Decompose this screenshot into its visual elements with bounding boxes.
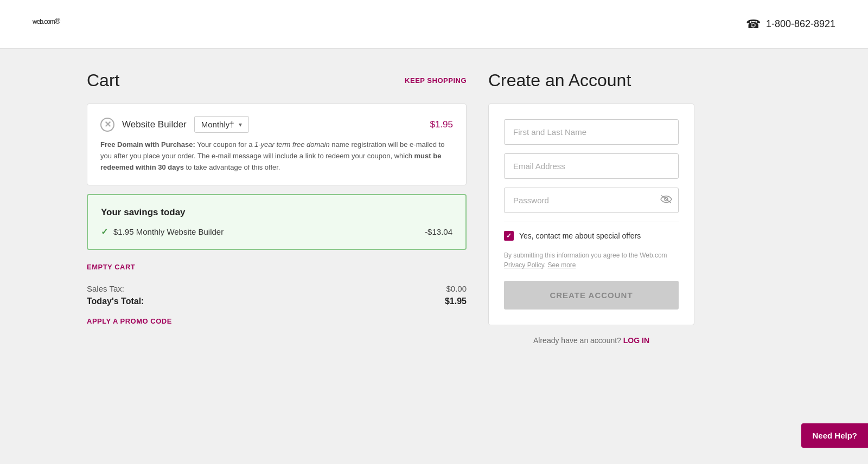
free-domain-text: Free Domain with Purchase: Your coupon f… — [100, 139, 453, 173]
check-icon: ✓ — [101, 227, 108, 237]
total-row: Today's Total: $1.95 — [87, 297, 467, 306]
account-section: Create an Account ✓ — [488, 70, 694, 345]
login-row: Already have an account? LOG IN — [488, 336, 694, 345]
sales-tax-label: Sales Tax: — [87, 284, 124, 293]
savings-left: ✓ $1.95 Monthly Website Builder — [101, 227, 224, 237]
phone-area: ☎ 1-800-862-8921 — [746, 17, 835, 31]
savings-title: Your savings today — [101, 207, 452, 218]
name-input[interactable] — [504, 119, 679, 145]
phone-number: 1-800-862-8921 — [766, 18, 835, 30]
header: web.com® ☎ 1-800-862-8921 — [0, 0, 868, 49]
checkbox-row: ✓ Yes, contact me about special offers — [504, 231, 679, 241]
password-wrapper — [504, 188, 679, 213]
see-more-link[interactable]: See more — [547, 261, 576, 269]
remove-item-button[interactable]: ✕ — [100, 118, 114, 132]
savings-item-label: $1.95 Monthly Website Builder — [113, 227, 224, 236]
item-name: Website Builder — [122, 119, 187, 130]
logo: web.com® — [33, 13, 60, 36]
special-offers-checkbox[interactable]: ✓ — [504, 231, 514, 241]
total-value: $1.95 — [445, 297, 467, 306]
apply-promo-link[interactable]: APPLY A PROMO CODE — [87, 317, 467, 325]
total-label: Today's Total: — [87, 297, 144, 306]
item-price: $1.95 — [430, 119, 453, 130]
chevron-down-icon: ▾ — [239, 121, 242, 128]
billing-period-label: Monthly† — [201, 120, 234, 129]
account-card: ✓ Yes, contact me about special offers B… — [488, 104, 694, 325]
savings-row: ✓ $1.95 Monthly Website Builder -$13.04 — [101, 227, 452, 237]
password-input[interactable] — [504, 188, 679, 213]
phone-icon: ☎ — [746, 17, 761, 31]
sales-tax-row: Sales Tax: $0.00 — [87, 284, 467, 293]
sales-tax-value: $0.00 — [446, 284, 467, 293]
billing-dropdown[interactable]: Monthly† ▾ — [194, 116, 249, 133]
privacy-text: By submitting this information you agree… — [504, 250, 679, 270]
empty-cart-link[interactable]: EMPTY CART — [87, 263, 467, 271]
cart-header: Cart KEEP SHOPPING — [87, 70, 467, 91]
keep-shopping-link[interactable]: KEEP SHOPPING — [405, 76, 467, 85]
main-content: Cart KEEP SHOPPING ✕ Website Builder Mon… — [0, 49, 868, 366]
savings-amount: -$13.04 — [425, 227, 452, 236]
savings-box: Your savings today ✓ $1.95 Monthly Websi… — [87, 194, 467, 250]
cart-item-left: ✕ Website Builder Monthly† ▾ — [100, 116, 249, 133]
divider — [504, 222, 679, 222]
free-domain-italic: 1-year term free domain — [254, 140, 330, 149]
checkmark-icon: ✓ — [506, 232, 512, 240]
cart-title: Cart — [87, 70, 119, 91]
cart-item-card: ✕ Website Builder Monthly† ▾ $1.95 Free … — [87, 104, 467, 185]
privacy-policy-link[interactable]: Privacy Policy — [504, 261, 544, 269]
login-link[interactable]: LOG IN — [623, 336, 649, 345]
cart-section: Cart KEEP SHOPPING ✕ Website Builder Mon… — [87, 70, 467, 325]
cart-item-top: ✕ Website Builder Monthly† ▾ $1.95 — [100, 116, 453, 133]
create-account-button[interactable]: CREATE ACCOUNT — [504, 281, 679, 310]
login-text: Already have an account? — [533, 336, 621, 345]
need-help-button[interactable]: Need Help? — [801, 423, 868, 448]
totals-section: Sales Tax: $0.00 Today's Total: $1.95 — [87, 284, 467, 306]
toggle-password-icon[interactable] — [660, 195, 672, 206]
special-offers-label: Yes, contact me about special offers — [519, 231, 641, 240]
account-title: Create an Account — [488, 70, 694, 91]
email-input[interactable] — [504, 153, 679, 179]
free-domain-bold: Free Domain with Purchase: — [100, 140, 195, 149]
